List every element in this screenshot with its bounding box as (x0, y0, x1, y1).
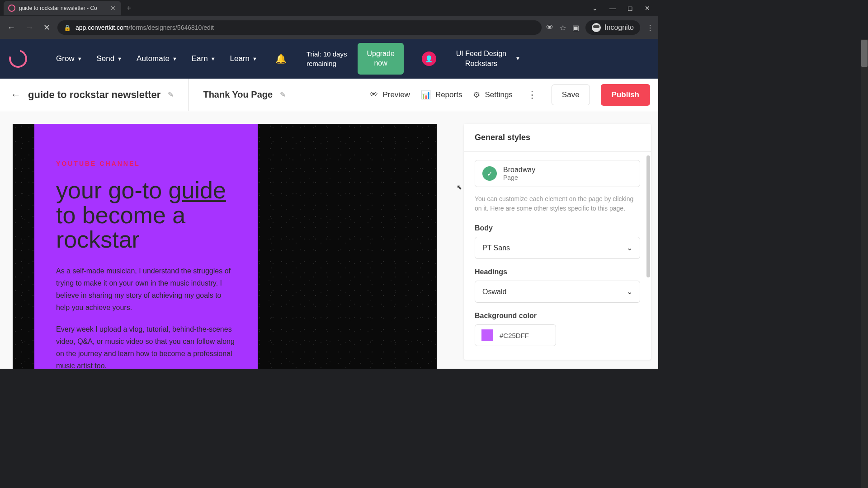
nav-grow[interactable]: Grow▼ (56, 54, 82, 63)
chevron-down-icon: ▼ (172, 56, 177, 61)
chevron-down-icon: ⌄ (627, 244, 632, 252)
body-paragraph-1[interactable]: As a self-made musician, I understand th… (56, 265, 236, 314)
notifications-bell-icon[interactable]: 🔔 (275, 53, 287, 64)
chevron-down-icon: ▼ (252, 56, 257, 61)
content-panel[interactable]: YOUTUBE CHANNEL your go-to guide to beco… (34, 124, 258, 369)
new-tab-button[interactable]: + (121, 2, 137, 15)
kebab-menu-icon[interactable]: ⋮ (646, 23, 654, 32)
trial-status: Trial: 10 daysremaining (307, 49, 347, 68)
divider (188, 79, 189, 111)
upgrade-button[interactable]: Upgradenow (358, 43, 403, 75)
eye-off-icon[interactable]: 👁 (546, 23, 553, 32)
edit-page-icon[interactable]: ✎ (280, 90, 286, 99)
image-area[interactable] (258, 124, 437, 369)
chevron-down-icon: ▼ (117, 56, 122, 61)
close-tab-icon[interactable]: ✕ (109, 4, 117, 13)
nav-automate[interactable]: Automate▼ (137, 54, 177, 63)
body-font-select[interactable]: PT Sans⌄ (475, 237, 640, 259)
headings-font-label: Headings (475, 268, 640, 276)
body-paragraph-2[interactable]: Every week I upload a vlog, tutorial, be… (56, 323, 236, 369)
bg-color-input[interactable]: #C25DFF (475, 324, 556, 346)
styles-panel: General styles ✓ Broadway Page You can c… (464, 124, 651, 360)
tab-title: guide to rockstar newsletter - Co (19, 5, 106, 11)
page-name: Thank You Page (203, 89, 273, 100)
panel-scrollbar[interactable] (646, 155, 650, 277)
help-text: You can customize each element on the pa… (475, 194, 640, 213)
more-menu-icon[interactable]: ⋮ (524, 87, 541, 103)
publish-button[interactable]: Publish (601, 84, 650, 106)
bookmark-star-icon[interactable]: ☆ (560, 23, 566, 32)
bg-color-label: Background color (475, 312, 640, 320)
settings-button[interactable]: ⚙Settings (473, 90, 512, 100)
headings-font-select[interactable]: Oswald⌄ (475, 281, 640, 303)
avatar[interactable] (422, 52, 436, 66)
edit-name-icon[interactable]: ✎ (168, 90, 174, 99)
template-card[interactable]: ✓ Broadway Page (475, 160, 640, 187)
chevron-down-icon: ▼ (211, 56, 216, 61)
convertkit-logo-icon[interactable] (6, 47, 31, 71)
eye-icon: 👁 (370, 90, 378, 99)
forward-button: → (23, 20, 36, 35)
address-bar[interactable]: 🔒 app.convertkit.com/forms/designers/564… (57, 20, 542, 35)
account-switcher[interactable]: UI Feed DesignRockstars ▼ (456, 49, 520, 69)
back-arrow-icon[interactable]: ← (8, 86, 24, 103)
browser-tab[interactable]: guide to rockstar newsletter - Co ✕ (4, 1, 121, 15)
minimize-icon[interactable]: — (608, 3, 618, 14)
hex-value: #C25DFF (500, 332, 529, 339)
nav-send[interactable]: Send▼ (97, 54, 123, 63)
back-button[interactable]: ← (5, 20, 18, 35)
panel-icon[interactable]: ▣ (572, 23, 579, 32)
main-nav: Grow▼ Send▼ Automate▼ Earn▼ Learn▼ 🔔 Tri… (0, 39, 658, 79)
body-font-label: Body (475, 224, 640, 232)
close-window-icon[interactable]: ✕ (643, 3, 652, 14)
sliders-icon: ⚙ (473, 90, 480, 100)
editor-toolbar: ← guide to rockstar newsletter ✎ Thank Y… (0, 79, 658, 111)
favicon-icon (8, 5, 15, 12)
panel-title: General styles (464, 124, 651, 152)
reports-button[interactable]: 📊Reports (421, 90, 462, 100)
template-name: Broadway (503, 166, 535, 174)
lock-icon: 🔒 (64, 24, 71, 31)
headline[interactable]: your go-to guide to become a rockstar (56, 178, 236, 252)
reload-button[interactable]: ✕ (41, 20, 53, 35)
preview-button[interactable]: 👁Preview (370, 90, 410, 99)
maximize-icon[interactable]: ◻ (626, 3, 635, 14)
bar-chart-icon: 📊 (421, 90, 431, 100)
save-button[interactable]: Save (552, 84, 590, 105)
chevron-down-icon: ▼ (515, 55, 520, 62)
eyebrow-text[interactable]: YOUTUBE CHANNEL (56, 160, 236, 167)
chevron-down-icon: ⌄ (627, 287, 632, 296)
page-canvas[interactable]: YOUTUBE CHANNEL your go-to guide to beco… (13, 124, 437, 369)
color-swatch (481, 329, 493, 341)
form-name: guide to rockstar newsletter (28, 89, 160, 101)
tab-search-icon[interactable]: ⌄ (590, 3, 599, 14)
chevron-down-icon: ▼ (77, 56, 82, 61)
nav-learn[interactable]: Learn▼ (230, 54, 257, 63)
cursor-icon: ⬉ (457, 183, 462, 191)
url-text: app.convertkit.com/forms/designers/56468… (75, 24, 214, 31)
nav-earn[interactable]: Earn▼ (192, 54, 216, 63)
check-icon: ✓ (482, 166, 497, 181)
incognito-badge[interactable]: Incognito (585, 20, 640, 35)
template-type: Page (503, 174, 535, 181)
incognito-icon (592, 23, 601, 32)
